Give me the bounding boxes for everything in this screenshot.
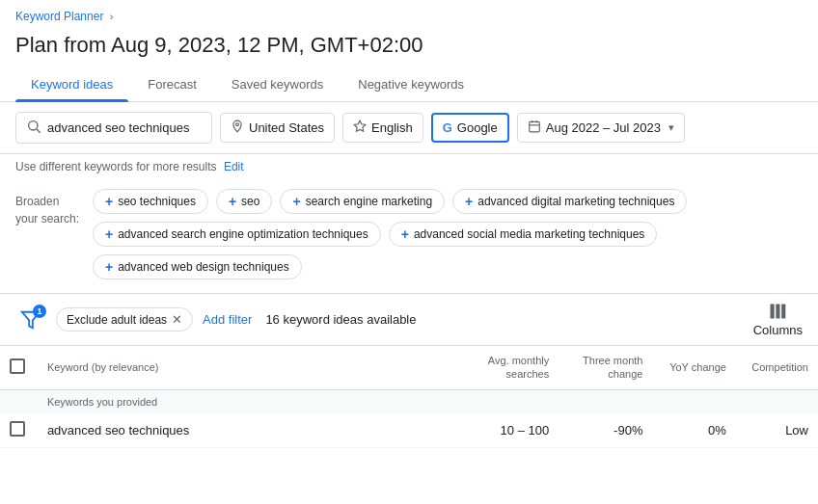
language-filter[interactable]: English <box>342 113 423 143</box>
breadcrumb-link[interactable]: Keyword Planner <box>15 10 103 23</box>
filter-bar: United States English G Google Aug 2022 … <box>0 102 818 154</box>
table-row: advanced seo techniques 10 – 100 -90% 0%… <box>0 413 818 448</box>
th-yoy: YoY change <box>652 346 735 389</box>
calendar-icon <box>528 119 541 136</box>
breadcrumb-arrow: › <box>110 11 114 22</box>
location-filter[interactable]: United States <box>220 113 335 143</box>
th-select-all[interactable] <box>0 346 38 389</box>
tab-negative-keywords[interactable]: Negative keywords <box>342 67 479 101</box>
chip-search-engine-marketing[interactable]: + search engine marketing <box>280 189 445 214</box>
chip-label: seo <box>241 195 259 208</box>
columns-label: Columns <box>753 323 803 337</box>
chip-label: search engine marketing <box>306 195 432 208</box>
search-icon <box>26 119 41 137</box>
edit-line: Use different keywords for more results … <box>0 154 818 179</box>
exclude-label: Exclude adult ideas <box>67 313 167 327</box>
translate-icon <box>353 119 367 136</box>
row-checkbox-cell[interactable] <box>0 413 38 448</box>
tab-keyword-ideas[interactable]: Keyword ideas <box>15 67 128 101</box>
chip-advanced-social[interactable]: + advanced social media marketing techni… <box>389 222 658 247</box>
row-three-month: -90% <box>559 413 652 448</box>
date-range-label: Aug 2022 – Jul 2023 <box>546 120 661 135</box>
chip-plus-icon: + <box>465 194 473 209</box>
chip-plus-icon: + <box>292 194 300 209</box>
chip-plus-icon: + <box>105 194 113 209</box>
th-three-month-label: Three month change <box>583 355 642 380</box>
section-header-row: Keywords you provided <box>0 389 818 413</box>
chip-plus-icon: + <box>229 194 236 209</box>
tab-forecast[interactable]: Forecast <box>132 67 212 101</box>
svg-point-0 <box>29 121 38 130</box>
edit-link[interactable]: Edit <box>224 160 244 173</box>
chip-label: advanced digital marketing techniques <box>477 195 674 208</box>
google-icon: G <box>443 120 452 135</box>
th-avg-monthly: Avg. monthly searches <box>434 346 559 389</box>
th-avg-label: Avg. monthly searches <box>488 355 549 380</box>
row-checkbox[interactable] <box>10 421 25 437</box>
row-yoy: 0% <box>652 413 735 448</box>
chip-label: advanced web design techniques <box>118 260 288 274</box>
filter-button[interactable]: 1 <box>15 305 46 335</box>
chip-label: advanced social media marketing techniqu… <box>414 227 644 241</box>
ideas-count: 16 keyword ideas available <box>265 312 416 327</box>
chip-advanced-digital[interactable]: + advanced digital marketing techniques <box>452 189 687 214</box>
row-avg-monthly: 10 – 100 <box>434 413 559 448</box>
svg-line-1 <box>37 129 41 133</box>
date-range-filter[interactable]: Aug 2022 – Jul 2023 ▾ <box>517 113 685 143</box>
edit-line-text: Use different keywords for more results <box>15 160 217 173</box>
th-three-month: Three month change <box>559 346 652 389</box>
svg-rect-9 <box>777 305 780 319</box>
row-competition: Low <box>736 413 818 448</box>
exclude-remove-button[interactable]: ✕ <box>172 312 182 327</box>
chip-label: advanced search engine optimization tech… <box>118 227 368 241</box>
tab-saved-keywords[interactable]: Saved keywords <box>216 67 339 101</box>
chip-label: seo techniques <box>118 195 196 208</box>
chip-plus-icon: + <box>105 226 113 242</box>
chip-seo[interactable]: + seo <box>216 189 273 214</box>
chip-seo-techniques[interactable]: + seo techniques <box>93 189 208 214</box>
th-keyword-label: Keyword (by relevance) <box>47 361 159 373</box>
chip-advanced-web[interactable]: + advanced web design techniques <box>93 254 302 279</box>
search-input[interactable] <box>47 120 202 135</box>
th-yoy-label: YoY change <box>669 361 726 373</box>
broaden-section: Broaden your search: + seo techniques + … <box>0 179 818 294</box>
svg-point-2 <box>236 123 239 126</box>
section-header-label: Keywords you provided <box>38 389 818 413</box>
select-all-checkbox[interactable] <box>10 358 25 374</box>
exclude-adult-chip: Exclude adult ideas ✕ <box>56 307 193 332</box>
svg-rect-8 <box>771 305 775 319</box>
language-label: English <box>371 120 413 135</box>
row-keyword: advanced seo techniques <box>38 413 434 448</box>
th-keyword: Keyword (by relevance) <box>38 346 434 389</box>
th-competition-label: Competition <box>751 361 808 373</box>
svg-rect-10 <box>782 305 786 319</box>
columns-icon <box>768 302 787 321</box>
location-label: United States <box>249 120 324 135</box>
chip-plus-icon: + <box>105 259 113 275</box>
tabs-bar: Keyword ideas Forecast Saved keywords Ne… <box>0 67 818 102</box>
chip-plus-icon: + <box>401 226 409 242</box>
th-competition: Competition <box>736 346 818 389</box>
add-filter-button[interactable]: Add filter <box>203 312 252 327</box>
columns-button[interactable]: Columns <box>753 302 803 337</box>
keyword-table: Keyword (by relevance) Avg. monthly sear… <box>0 346 818 448</box>
location-icon <box>231 119 244 136</box>
svg-rect-3 <box>529 121 539 131</box>
filter-badge: 1 <box>33 305 46 318</box>
ideas-bar: 1 Exclude adult ideas ✕ Add filter 16 ke… <box>0 294 818 346</box>
search-box[interactable] <box>15 112 212 144</box>
network-filter[interactable]: G Google <box>431 113 509 143</box>
dropdown-arrow-icon: ▾ <box>668 121 674 134</box>
keyword-chips: + seo techniques + seo + search engine m… <box>93 189 803 279</box>
broaden-label: Broaden your search: <box>15 189 81 227</box>
chip-advanced-seo-opt[interactable]: + advanced search engine optimization te… <box>93 222 381 247</box>
page-title: Plan from Aug 9, 2023, 12 PM, GMT+02:00 <box>0 27 818 67</box>
network-label: Google <box>457 120 498 135</box>
